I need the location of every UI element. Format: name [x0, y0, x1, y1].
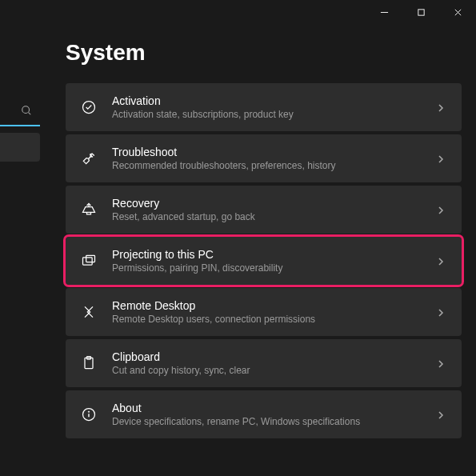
setting-desc: Device specifications, rename PC, Window… [112, 416, 422, 427]
setting-desc: Activation state, subscriptions, product… [112, 109, 422, 120]
svg-rect-8 [86, 255, 95, 262]
setting-title: Remote Desktop [112, 299, 422, 312]
svg-point-4 [22, 106, 30, 114]
wrench-icon [80, 150, 98, 167]
search-icon [21, 105, 32, 119]
setting-text: Remote Desktop Remote Desktop users, con… [112, 299, 422, 325]
setting-title: Recovery [112, 197, 422, 210]
setting-item-about[interactable]: About Device specifications, rename PC, … [66, 390, 462, 438]
chevron-right-icon [436, 409, 447, 420]
setting-text: Troubleshoot Recommended troubleshooters… [112, 146, 422, 171]
setting-title: Activation [112, 94, 422, 107]
setting-item-projecting-to-this-pc[interactable]: Projecting to this PC Permissions, pairi… [66, 237, 462, 285]
setting-text: Recovery Reset, advanced startup, go bac… [112, 197, 422, 222]
setting-desc: Recommended troubleshooters, preferences… [112, 160, 422, 171]
setting-text: About Device specifications, rename PC, … [112, 402, 422, 427]
chevron-right-icon [436, 102, 447, 113]
clipboard-icon [80, 354, 98, 372]
settings-list: Activation Activation state, subscriptio… [66, 83, 462, 438]
chevron-right-icon [436, 255, 447, 266]
setting-text: Activation Activation state, subscriptio… [112, 94, 422, 120]
setting-item-recovery[interactable]: Recovery Reset, advanced startup, go bac… [66, 186, 462, 234]
setting-text: Projecting to this PC Permissions, pairi… [112, 248, 422, 274]
setting-item-clipboard[interactable]: Clipboard Cut and copy history, sync, cl… [66, 339, 462, 387]
setting-item-remote-desktop[interactable]: Remote Desktop Remote Desktop users, con… [66, 288, 462, 336]
chevron-right-icon [436, 204, 447, 215]
setting-desc: Cut and copy history, sync, clear [112, 365, 422, 376]
setting-title: Clipboard [112, 350, 422, 363]
svg-line-5 [29, 113, 31, 115]
maximize-button[interactable] [402, 0, 439, 24]
setting-title: About [112, 402, 422, 414]
chevron-right-icon [436, 153, 447, 164]
chevron-right-icon [436, 358, 447, 369]
setting-item-activation[interactable]: Activation Activation state, subscriptio… [66, 83, 462, 131]
svg-point-13 [88, 411, 89, 412]
setting-desc: Reset, advanced startup, go back [112, 211, 422, 222]
remote-icon [80, 303, 98, 321]
chevron-right-icon [436, 306, 447, 318]
search-input[interactable] [0, 99, 40, 126]
check-circle-icon [80, 98, 98, 116]
titlebar [366, 0, 476, 24]
close-button[interactable] [439, 0, 476, 24]
setting-desc: Remote Desktop users, connection permiss… [112, 314, 422, 325]
svg-rect-7 [83, 258, 93, 265]
project-icon [80, 252, 98, 270]
info-icon [80, 406, 98, 423]
setting-title: Troubleshoot [112, 146, 422, 158]
setting-item-troubleshoot[interactable]: Troubleshoot Recommended troubleshooters… [66, 134, 462, 182]
page-title: System [66, 40, 146, 66]
setting-text: Clipboard Cut and copy history, sync, cl… [112, 350, 422, 376]
setting-title: Projecting to this PC [112, 248, 422, 261]
sidebar-item-partial[interactable] [0, 133, 40, 162]
setting-desc: Permissions, pairing PIN, discoverabilit… [112, 262, 422, 274]
minimize-button[interactable] [366, 0, 402, 24]
recovery-icon [80, 201, 98, 218]
svg-rect-1 [418, 9, 423, 14]
